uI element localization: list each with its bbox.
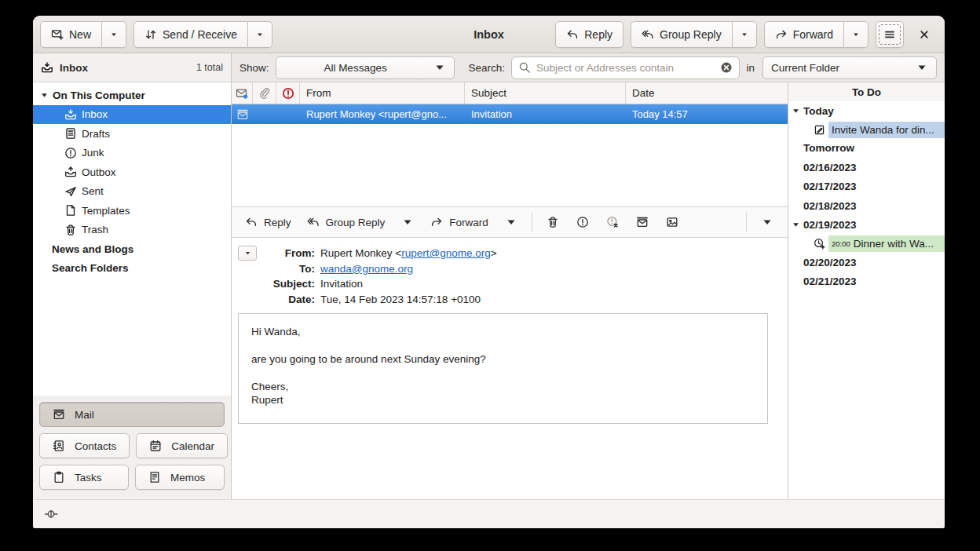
preview-reply-button[interactable]: Reply [238, 210, 298, 234]
group-reply-button[interactable]: Group Reply [631, 21, 733, 48]
column-status[interactable] [232, 82, 253, 104]
expander-icon[interactable] [792, 221, 799, 228]
reply-button[interactable]: Reply [555, 21, 623, 48]
expander-icon[interactable] [792, 108, 799, 115]
preview-forward-dropdown[interactable] [497, 210, 525, 234]
body-signature: Rupert [251, 393, 755, 407]
online-status-plug-icon[interactable] [44, 507, 58, 521]
tree-node-on-this-computer[interactable]: On This Computer [33, 86, 231, 105]
column-from[interactable]: From [300, 82, 465, 104]
to-email-link[interactable]: wanda@gnome.org [320, 261, 413, 277]
send-receive-dropdown-button[interactable] [248, 21, 272, 48]
forward-dropdown-button[interactable] [844, 21, 868, 48]
from-email-link[interactable]: rupert@gnome.org [401, 247, 491, 259]
sidebar-item-sent[interactable]: Sent [33, 182, 231, 202]
mark-unread-button[interactable] [628, 210, 656, 234]
load-images-button[interactable] [658, 210, 686, 234]
column-attachment[interactable] [253, 82, 276, 104]
todo-group-today[interactable]: Today [788, 101, 945, 121]
todo-group-0216[interactable]: 02/16/2023 [788, 158, 945, 177]
preview-group-reply-button[interactable]: Group Reply [300, 210, 393, 234]
status-bar [33, 499, 945, 528]
sidebar: Inbox 1 total On This Computer Inbox Dra… [33, 53, 232, 499]
search-scope-dropdown[interactable]: Current Folder [762, 57, 937, 79]
column-priority[interactable] [276, 82, 300, 104]
group-reply-dropdown-button[interactable] [733, 21, 757, 48]
send-receive-icon [144, 28, 157, 41]
column-date[interactable]: Date [626, 82, 788, 104]
close-icon [918, 28, 931, 41]
todo-task-item[interactable]: Invite Wanda for din... [788, 121, 945, 139]
message-row-selected[interactable]: Rupert Monkey <rupert@gno... Invitation … [232, 104, 788, 124]
memos-view-button[interactable]: Memos [135, 465, 225, 490]
sidebar-item-junk[interactable]: Junk [33, 144, 231, 163]
preview-group-reply-dropdown[interactable] [393, 210, 422, 234]
sidebar-item-trash[interactable]: Trash [33, 221, 231, 240]
show-label: Show: [240, 62, 269, 74]
message-headers: From: Rupert Monkey <rupert@gnome.org> T… [232, 238, 788, 310]
sidebar-item-search-folders[interactable]: Search Folders [33, 259, 231, 279]
expander-icon[interactable] [41, 92, 48, 99]
toolbar-separator [746, 213, 747, 232]
delete-message-button[interactable] [539, 210, 567, 234]
contacts-view-button[interactable]: Contacts [39, 433, 130, 458]
search-input[interactable] [536, 62, 715, 74]
toolbar-separator [532, 213, 532, 232]
show-filter-dropdown[interactable]: All Messages [276, 57, 455, 79]
reply-label: Reply [584, 28, 612, 41]
content-area: Inbox 1 total On This Computer Inbox Dra… [33, 53, 945, 499]
preview-overflow-button[interactable] [753, 210, 781, 234]
clear-search-icon[interactable] [720, 61, 733, 74]
trash-icon [64, 224, 77, 236]
todo-group-0217[interactable]: 02/17/2023 [788, 177, 945, 197]
close-button[interactable] [911, 21, 938, 48]
collapse-headers-button[interactable] [238, 246, 257, 261]
date-value: Tue, 14 Feb 2023 14:57:18 +0100 [320, 292, 481, 308]
calendar-icon [149, 440, 162, 452]
folder-tree: On This Computer Inbox Drafts Junk [33, 82, 231, 396]
todo-group-tomorrow[interactable]: Tomorrow [788, 139, 945, 159]
body-signoff: Cheers, [251, 380, 755, 393]
chevron-down-icon [256, 31, 264, 38]
sidebar-item-outbox[interactable]: Outbox [33, 162, 231, 182]
calendar-view-button[interactable]: Calendar [136, 433, 228, 458]
message-list-empty-area[interactable] [232, 124, 788, 206]
message-list-header: From Subject Date [232, 82, 788, 104]
preview-forward-button[interactable]: Forward [423, 210, 495, 234]
todo-group-0218[interactable]: 02/18/2023 [788, 196, 945, 216]
junk-icon [576, 216, 589, 228]
message-body: Hi Wanda, are you going to be around nex… [238, 313, 768, 424]
reply-all-icon [307, 216, 320, 228]
new-button[interactable]: New [40, 21, 102, 48]
mark-junk-button[interactable] [569, 210, 597, 234]
preview-blank-area [232, 424, 788, 499]
sidebar-item-news-and-blogs[interactable]: News and Blogs [33, 239, 231, 259]
menu-button[interactable] [876, 21, 904, 48]
header-right: Reply Group Reply Forward [555, 21, 938, 48]
todo-group-0220[interactable]: 02/20/2023 [788, 253, 945, 272]
mail-view-button[interactable]: Mail [39, 402, 225, 427]
new-dropdown-button[interactable] [102, 21, 126, 48]
read-message-icon [236, 108, 249, 121]
from-value: Rupert Monkey <rupert@gnome.org> [320, 246, 497, 261]
column-subject[interactable]: Subject [465, 82, 626, 104]
forward-button[interactable]: Forward [764, 21, 844, 48]
todo-group-0221[interactable]: 02/21/2023 [788, 272, 945, 292]
header-left: New Send / Receive [40, 21, 272, 48]
new-button-label: New [69, 28, 91, 41]
todo-event-item[interactable]: 20:00 Dinner with Wa... [788, 235, 945, 253]
search-entry[interactable] [511, 57, 740, 79]
send-receive-button[interactable]: Send / Receive [133, 21, 248, 48]
chevron-down-icon [401, 216, 414, 228]
sidebar-item-drafts[interactable]: Drafts [33, 124, 231, 144]
sidebar-item-inbox[interactable]: Inbox [33, 105, 231, 125]
sidebar-item-templates[interactable]: Templates [33, 201, 231, 221]
tasks-view-button[interactable]: Tasks [39, 465, 129, 490]
todo-group-0219[interactable]: 02/19/2023 [788, 216, 945, 235]
templates-icon [64, 204, 77, 217]
mark-not-junk-button[interactable] [598, 210, 627, 234]
evolution-window: New Send / Receive Inbox [33, 16, 945, 528]
send-receive-label: Send / Receive [163, 28, 237, 41]
forward-icon [775, 28, 788, 41]
task-icon [814, 124, 825, 136]
